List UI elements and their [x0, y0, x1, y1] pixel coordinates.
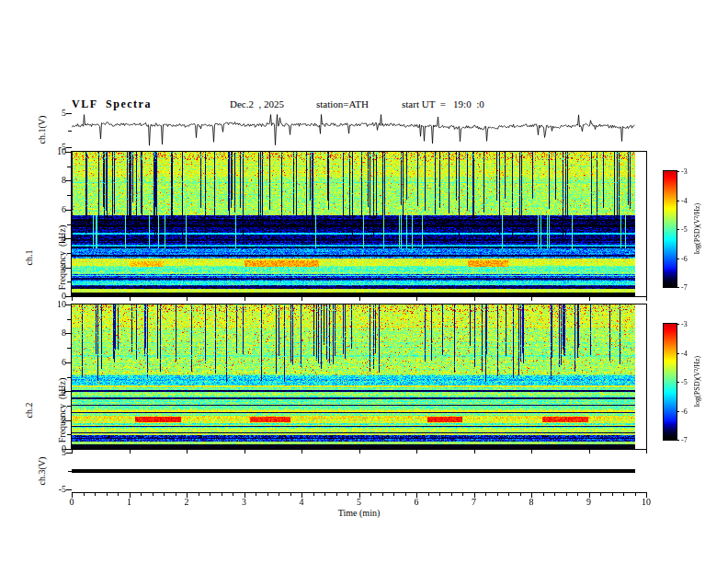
wave-y-tick-label: -5 [40, 143, 66, 152]
colorbar-tick-label: -6 [681, 408, 701, 416]
x-minor-tick [428, 493, 429, 496]
x-minor-tick [141, 493, 142, 496]
x-tick-label: 7 [465, 498, 483, 507]
spec-y-tick-label: 8 [40, 328, 66, 338]
spec-x-tick [301, 297, 302, 301]
wave-y-minor-tick [68, 471, 72, 472]
colorbar-tick [677, 411, 679, 412]
x-tick [301, 493, 302, 498]
ch1-waveform-canvas [72, 113, 646, 147]
spec-y-tick-label: 2 [40, 263, 66, 272]
x-minor-tick [612, 493, 613, 496]
x-minor-tick [210, 493, 210, 496]
x-minor-tick [520, 493, 521, 496]
x-tick [416, 493, 417, 498]
colorbar-tick [677, 287, 679, 288]
x-minor-tick [95, 493, 96, 496]
spec-y-tick [65, 333, 71, 334]
spec-y-tick [65, 391, 71, 392]
x-tick [245, 493, 245, 498]
x-minor-tick [336, 493, 337, 496]
start-ut-label: start UT = 19:0 :0 [402, 98, 484, 109]
spec-x-tick [187, 297, 188, 301]
spec-x-tick [474, 450, 475, 454]
spec-y-tick-label: 8 [40, 176, 66, 185]
colorbar-tick-label: -5 [681, 225, 701, 234]
spec-y-minor-tick [67, 282, 71, 282]
vlf-spectra-figure: VLF Spectra Dec.2 , 2025 station=ATH sta… [0, 0, 728, 563]
x-tick [359, 493, 360, 498]
colorbar-tick [677, 229, 679, 230]
spec-y-minor-tick [67, 348, 71, 349]
x-tick-label: 9 [580, 498, 598, 507]
x-minor-tick [577, 493, 578, 496]
spec-x-tick [416, 450, 417, 454]
spec-y-tick [65, 304, 71, 305]
x-minor-tick [635, 493, 636, 496]
x-minor-tick [267, 493, 268, 496]
wave-y-tick-label: 5 [40, 448, 66, 457]
colorbar-tick [677, 324, 679, 325]
x-minor-tick [393, 493, 394, 496]
x-minor-tick [279, 493, 279, 496]
colorbar-tick [677, 201, 679, 201]
spec-x-tick [589, 297, 590, 301]
spec-x-tick [474, 297, 475, 301]
x-minor-tick [176, 493, 176, 496]
colorbar-tick [677, 353, 679, 354]
x-minor-tick [623, 493, 624, 496]
figure-title: VLF Spectra [72, 98, 152, 111]
colorbar-tick-label: -6 [681, 255, 701, 263]
colorbar-tick [677, 382, 679, 383]
x-tick [187, 493, 188, 498]
wave-y-tick-label: -5 [40, 485, 66, 494]
ch2-colorbar-frame [663, 323, 677, 441]
x-tick-label: 6 [407, 498, 426, 507]
spec-y-tick-label: 6 [40, 358, 66, 367]
wave-y-minor-tick [68, 131, 72, 132]
x-tick-label: 2 [177, 498, 196, 507]
wave-y-tick [66, 453, 72, 454]
colorbar-tick [677, 440, 679, 441]
spec-y-tick [65, 210, 71, 211]
x-tick-label: 1 [120, 498, 139, 507]
x-minor-tick [256, 493, 256, 496]
x-minor-tick [290, 493, 291, 496]
station-label: station=ATH [316, 98, 369, 109]
spec-y-minor-tick [67, 434, 71, 435]
x-minor-tick [324, 493, 325, 496]
x-minor-tick [199, 493, 199, 496]
x-minor-tick [566, 493, 567, 496]
x-minor-tick [439, 493, 440, 496]
spec-y-tick-label: 6 [40, 205, 66, 214]
spec-y-tick-label: 10 [40, 300, 66, 309]
x-tick [72, 493, 73, 498]
spec-x-tick [130, 297, 131, 301]
spec-x-tick [245, 297, 245, 301]
x-tick-label: 10 [637, 498, 655, 507]
spec-x-tick [187, 450, 188, 454]
ch1-colorbar-frame [663, 170, 677, 288]
x-minor-tick [118, 493, 119, 496]
spec-x-tick [72, 297, 73, 301]
x-tick [646, 493, 647, 498]
colorbar-tick [677, 171, 679, 172]
x-minor-tick [164, 493, 165, 496]
wave-y-tick [66, 147, 72, 148]
x-minor-tick [462, 493, 463, 496]
spec-x-tick [646, 450, 647, 454]
spec-y-tick [65, 362, 71, 363]
spec-y-minor-tick [67, 319, 71, 320]
spec-y-minor-tick [67, 253, 71, 254]
wave-y-tick [66, 489, 72, 490]
ch1-spec-label-line1: ch.1 [24, 207, 35, 308]
ch3-waveform-canvas [72, 453, 646, 489]
colorbar-tick-label: -7 [681, 436, 701, 444]
spec-y-tick-label: 2 [40, 416, 66, 425]
spec-x-tick [646, 297, 647, 301]
spec-y-minor-tick [67, 224, 71, 225]
x-tick-label: 0 [63, 498, 81, 507]
spec-y-tick [65, 152, 71, 153]
x-minor-tick [405, 493, 406, 496]
spec-x-tick [416, 297, 417, 301]
